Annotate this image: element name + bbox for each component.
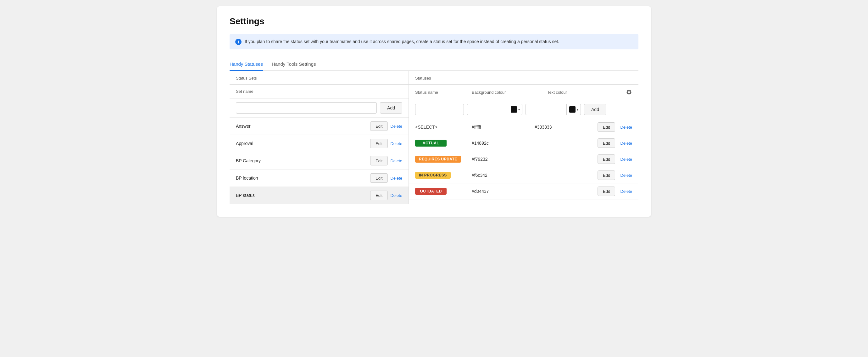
status-row-requires-update-bg: #f79232 <box>472 157 488 162</box>
tab-handy-tools-settings[interactable]: Handy Tools Settings <box>272 58 316 71</box>
text-color-swatch <box>569 106 576 113</box>
main-content: Status Sets Set name Add Answer Edit Del… <box>229 71 639 204</box>
status-row-outdated: OUTDATED #d04437 Edit Delete <box>409 183 639 200</box>
set-row-bp-category-delete[interactable]: Delete <box>390 158 402 163</box>
set-row-answer-edit[interactable]: Edit <box>370 121 388 131</box>
set-name-input[interactable] <box>236 102 377 114</box>
status-row-in-progress-edit[interactable]: Edit <box>597 171 615 180</box>
set-row-bp-status-delete[interactable]: Delete <box>390 193 402 198</box>
col-header-text-color: Text colour <box>547 90 623 95</box>
col-header-status-name: Status name <box>415 90 472 95</box>
status-row-actual: ACTUAL #14892c Edit Delete <box>409 135 639 151</box>
info-banner: i If you plan to share the status set wi… <box>229 34 639 49</box>
info-icon: i <box>235 39 242 45</box>
bg-color-text-input[interactable] <box>467 104 508 115</box>
set-name-subheader: Set name <box>229 85 408 98</box>
status-row-requires-update-edit[interactable]: Edit <box>597 154 615 164</box>
status-row-requires-update-delete[interactable]: Delete <box>620 157 632 162</box>
info-banner-text: If you plan to share the status set with… <box>245 38 559 45</box>
page-title: Settings <box>229 17 639 26</box>
status-add-row: ▾ ▾ Add <box>409 100 639 119</box>
text-color-picker-button[interactable]: ▾ <box>566 104 581 115</box>
status-row-actual-edit[interactable]: Edit <box>597 139 615 148</box>
set-row-bp-status: BP status Edit Delete <box>229 187 408 204</box>
set-name-add-button[interactable]: Add <box>380 102 402 114</box>
set-name-label: Set name <box>236 89 253 94</box>
set-row-answer-label: Answer <box>236 124 370 129</box>
status-row-in-progress: IN PROGRESS #f6c342 Edit Delete <box>409 167 639 183</box>
set-row-bp-location-label: BP location <box>236 176 370 181</box>
set-row-bp-location-edit[interactable]: Edit <box>370 173 388 183</box>
bg-color-chevron-icon: ▾ <box>518 108 520 111</box>
statuses-header: Statuses <box>409 71 639 85</box>
status-row-actual-bg: #14892c <box>472 141 489 146</box>
status-row-select-text: #333333 <box>535 124 552 129</box>
status-row-actual-delete[interactable]: Delete <box>620 141 632 146</box>
col-header-bg-color: Background colour <box>472 90 547 95</box>
status-row-in-progress-delete[interactable]: Delete <box>620 173 632 178</box>
statuses-col-headers: Status name Background colour Text colou… <box>409 85 639 100</box>
bg-color-swatch <box>511 106 517 113</box>
status-select-placeholder: <SELECT> <box>415 124 437 129</box>
tab-handy-statuses[interactable]: Handy Statuses <box>229 58 263 71</box>
set-name-add-row: Add <box>229 98 408 118</box>
set-row-bp-location-delete[interactable]: Delete <box>390 176 402 181</box>
set-row-bp-location: BP location Edit Delete <box>229 170 408 187</box>
bg-color-input-group: ▾ <box>467 104 522 115</box>
status-badge-requires-update: REQUIRES UPDATE <box>415 156 461 162</box>
set-row-answer-delete[interactable]: Delete <box>390 124 402 129</box>
set-row-bp-category: BP Category Edit Delete <box>229 152 408 170</box>
status-badge-outdated: OUTDATED <box>415 188 446 195</box>
status-row-outdated-bg: #d04437 <box>472 189 489 194</box>
set-row-approval-label: Approval <box>236 141 370 146</box>
status-row-requires-update: REQUIRES UPDATE #f79232 Edit Delete <box>409 151 639 167</box>
status-row-select: <SELECT> #ffffff #333333 Edit Delete <box>409 119 639 135</box>
set-row-bp-category-label: BP Category <box>236 158 370 163</box>
status-add-button[interactable]: Add <box>584 104 606 115</box>
set-row-approval: Approval Edit Delete <box>229 135 408 152</box>
status-row-select-bg: #ffffff <box>472 124 481 129</box>
bg-color-picker-button[interactable]: ▾ <box>508 104 522 115</box>
status-row-select-delete[interactable]: Delete <box>620 125 632 129</box>
status-row-outdated-delete[interactable]: Delete <box>620 189 632 194</box>
text-color-text-input[interactable] <box>526 104 566 115</box>
status-badge-actual: ACTUAL <box>415 140 446 147</box>
right-panel: Statuses Status name Background colour T… <box>409 71 639 204</box>
set-row-bp-status-label: BP status <box>236 193 370 198</box>
tab-bar: Handy Statuses Handy Tools Settings <box>229 58 639 71</box>
status-row-outdated-edit[interactable]: Edit <box>597 186 615 196</box>
set-row-approval-edit[interactable]: Edit <box>370 139 388 148</box>
status-row-in-progress-bg: #f6c342 <box>472 173 488 178</box>
status-row-select-edit[interactable]: Edit <box>597 122 615 132</box>
status-name-input[interactable] <box>415 104 464 115</box>
gear-icon[interactable] <box>626 89 632 95</box>
left-panel: Status Sets Set name Add Answer Edit Del… <box>229 71 409 204</box>
settings-page: Settings i If you plan to share the stat… <box>217 6 651 217</box>
set-row-approval-delete[interactable]: Delete <box>390 141 402 146</box>
set-row-bp-category-edit[interactable]: Edit <box>370 156 388 166</box>
set-row-answer: Answer Edit Delete <box>229 118 408 135</box>
set-row-bp-status-edit[interactable]: Edit <box>370 190 388 200</box>
status-sets-header: Status Sets <box>229 71 408 85</box>
text-color-chevron-icon: ▾ <box>577 108 578 111</box>
status-badge-in-progress: IN PROGRESS <box>415 172 451 179</box>
text-color-input-group: ▾ <box>526 104 581 115</box>
